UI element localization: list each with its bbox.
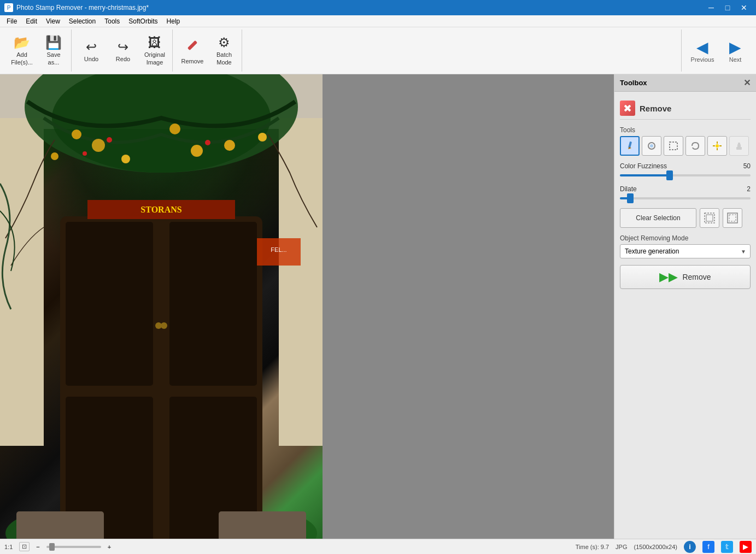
dilate-section: Dilate 2 — [620, 185, 751, 202]
close-button[interactable]: ✕ — [736, 0, 752, 15]
batch-mode-button[interactable]: ⚙ BatchMode — [209, 31, 239, 71]
redo-label: Redo — [116, 56, 130, 62]
svg-rect-48 — [706, 215, 713, 221]
previous-button[interactable]: ◀ Previous — [686, 31, 719, 71]
dilate-thumb[interactable] — [627, 193, 634, 203]
redo-button[interactable]: ↪ Redo — [108, 31, 138, 71]
menu-edit[interactable]: Edit — [21, 16, 42, 26]
menu-selection[interactable]: Selection — [65, 16, 100, 26]
zoom-fit-icon[interactable]: ⊡ — [19, 542, 30, 551]
undo-label: Undo — [84, 56, 98, 62]
twitter-icon[interactable]: 𝕥 — [721, 541, 733, 553]
undo-icon: ↩ — [86, 39, 97, 55]
remove-toolbar-icon — [184, 37, 201, 57]
file-format: JPG — [616, 544, 627, 550]
color-fuzziness-value: 50 — [743, 162, 751, 170]
toolbox-close-button[interactable]: ✕ — [743, 78, 751, 88]
remove-toolbar-label: Remove — [181, 58, 204, 64]
menu-softorbits[interactable]: SoftOrbits — [124, 16, 162, 26]
removing-mode-select-wrapper: Texture generation Smart fill Move/Clone… — [620, 244, 751, 258]
stamp-tool-button[interactable] — [729, 136, 749, 156]
zoom-decrease-button[interactable]: − — [36, 544, 39, 550]
svg-rect-29 — [219, 511, 306, 539]
facebook-icon[interactable]: f — [702, 541, 714, 553]
menubar: File Edit View Selection Tools SoftOrbit… — [0, 15, 756, 27]
main-area: STORANS FEL... Toolbox — [0, 74, 756, 539]
remove-button-label: Remove — [682, 273, 711, 281]
zoom-slider[interactable] — [46, 546, 101, 548]
toolbox-header: Toolbox ✕ — [614, 74, 756, 92]
next-label: Next — [729, 56, 742, 63]
svg-rect-18 — [66, 222, 153, 386]
pencil-tool-button[interactable] — [620, 136, 640, 156]
lasso-tool-button[interactable] — [685, 136, 705, 156]
color-fuzziness-fill — [620, 174, 670, 176]
svg-rect-34 — [628, 142, 632, 149]
svg-text:FEL...: FEL... — [271, 246, 286, 253]
svg-point-43 — [716, 144, 719, 148]
toolbar-edit-group: ↩ Undo ↪ Redo 🖼 OriginalImage — [74, 30, 173, 72]
remove-section-label: Remove — [640, 104, 671, 113]
add-files-button[interactable]: 📂 AddFile(s)... — [7, 31, 37, 71]
nav-group: ◀ Previous ▶ Next — [681, 30, 752, 72]
expand-selection-button[interactable] — [700, 208, 719, 228]
color-fuzziness-label-row: Color Fuzziness 50 — [620, 162, 751, 170]
add-files-label: AddFile(s)... — [11, 51, 33, 66]
dilate-track[interactable] — [620, 197, 751, 199]
color-fuzziness-label: Color Fuzziness — [620, 162, 667, 170]
svg-point-9 — [191, 145, 203, 157]
smart-brush-tool-button[interactable] — [642, 136, 661, 156]
minimize-button[interactable]: ─ — [704, 0, 719, 15]
removing-mode-select[interactable]: Texture generation Smart fill Move/Clone… — [620, 244, 751, 258]
app-icon: P — [4, 3, 13, 12]
contract-selection-button[interactable] — [723, 208, 742, 228]
add-files-icon: 📂 — [14, 35, 30, 50]
redo-icon: ↪ — [118, 39, 128, 55]
remove-toolbar-button[interactable]: Remove — [177, 31, 208, 71]
next-button[interactable]: ▶ Next — [719, 31, 752, 71]
info-button[interactable]: i — [684, 541, 696, 553]
svg-point-15 — [205, 140, 210, 145]
menu-view[interactable]: View — [42, 16, 65, 26]
undo-button[interactable]: ↩ Undo — [76, 31, 107, 71]
title-left: P Photo Stamp Remover - merry-christmas.… — [4, 3, 149, 12]
original-image-button[interactable]: 🖼 OriginalImage — [139, 31, 170, 71]
svg-rect-3 — [279, 118, 323, 446]
save-as-button[interactable]: 💾 Saveas... — [38, 31, 69, 71]
dilate-value: 2 — [747, 185, 751, 193]
app-title: Photo Stamp Remover - merry-christmas.jp… — [16, 4, 149, 11]
image-display: STORANS FEL... — [0, 74, 323, 539]
remove-section-icon — [620, 101, 635, 116]
svg-point-16 — [83, 151, 87, 156]
menu-help[interactable]: Help — [162, 16, 185, 26]
zoom-ratio: 1:1 — [4, 544, 13, 550]
zoom-slider-thumb[interactable] — [49, 543, 55, 551]
remove-action-button[interactable]: ▶▶ Remove — [620, 265, 751, 289]
menu-file[interactable]: File — [2, 16, 21, 26]
removing-mode-label: Object Removing Mode — [620, 234, 751, 242]
toolbox-panel: Toolbox ✕ Remove Tools — [614, 74, 756, 539]
svg-rect-46 — [738, 143, 740, 145]
window-controls: ─ □ ✕ — [704, 0, 752, 15]
zoom-increase-button[interactable]: + — [108, 544, 111, 550]
toolbox-title: Toolbox — [620, 79, 647, 87]
toolbar-remove-group: Remove ⚙ BatchMode — [175, 30, 242, 72]
magic-wand-tool-button[interactable] — [707, 136, 727, 156]
rect-select-tool-button[interactable] — [664, 136, 683, 156]
clear-selection-button[interactable]: Clear Selection — [620, 208, 696, 228]
menu-tools[interactable]: Tools — [100, 16, 124, 26]
svg-point-11 — [224, 140, 235, 151]
batch-mode-icon: ⚙ — [218, 35, 230, 50]
youtube-icon[interactable]: ▶ — [740, 541, 752, 553]
maximize-button[interactable]: □ — [720, 0, 735, 15]
svg-rect-28 — [16, 511, 104, 539]
tools-section-label: Tools — [620, 126, 751, 134]
statusbar-right: Time (s): 9.7 JPG (1500x2000x24) i f 𝕥 ▶ — [576, 541, 752, 553]
color-fuzziness-thumb[interactable] — [666, 170, 673, 180]
canvas-area[interactable]: STORANS FEL... — [0, 74, 614, 539]
svg-point-6 — [92, 139, 105, 152]
color-fuzziness-track[interactable] — [620, 174, 751, 176]
svg-rect-0 — [187, 40, 197, 50]
svg-point-37 — [650, 144, 653, 148]
previous-icon: ◀ — [696, 38, 708, 56]
